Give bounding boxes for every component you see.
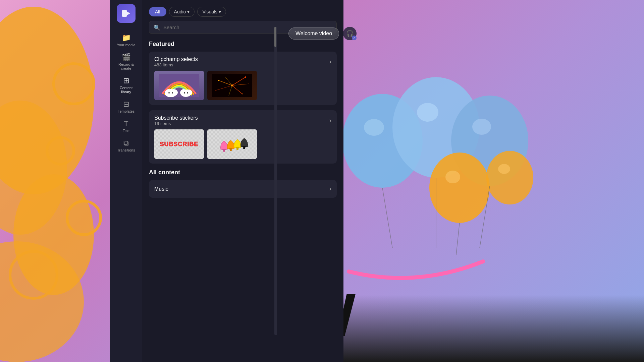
subscribe-thumbnails: SUBSCRIBE +	[154, 129, 331, 159]
preview-header: Welcome video 🎧 ✓	[282, 27, 644, 40]
svg-point-30	[245, 76, 246, 78]
text-icon: T	[124, 120, 128, 127]
filter-bar: All Audio ▾ Visuals ▾	[142, 0, 343, 21]
svg-line-66	[456, 223, 460, 255]
svg-point-18	[185, 89, 192, 96]
subscribe-thumb: SUBSCRIBE +	[154, 129, 204, 159]
scrollbar-track[interactable]	[274, 27, 277, 335]
headphone-button[interactable]: 🎧 ✓	[343, 27, 357, 40]
subscribe-stickers-arrow-icon: ›	[329, 117, 331, 124]
app-logo[interactable]	[117, 4, 136, 23]
sidebar-label-your-media: Your media	[117, 43, 135, 47]
svg-point-61	[486, 151, 533, 204]
svg-line-63	[382, 188, 392, 248]
logo-icon	[121, 8, 131, 19]
record-icon: 🎬	[122, 54, 131, 61]
sidebar-label-transitions: Transitions	[117, 148, 135, 152]
bells-thumb	[207, 129, 257, 159]
svg-marker-9	[127, 11, 130, 15]
music-card[interactable]: Music ›	[149, 180, 337, 198]
icon-sidebar: 📁 Your media 🎬 Record & create ⊞ Content…	[110, 0, 142, 362]
sidebar-label-record-create: Record & create	[118, 62, 134, 70]
clipchamp-selects-title: Clipchamp selects	[154, 56, 198, 62]
svg-point-31	[242, 94, 243, 95]
visuals-chevron-icon: ▾	[219, 9, 221, 14]
subscribe-card-header: Subscribe stickers 19 items ›	[154, 115, 331, 126]
subscribe-stickers-count: 19 items	[154, 121, 198, 126]
svg-point-58	[472, 119, 491, 135]
svg-point-19	[184, 92, 185, 94]
visuals-label: Visuals	[202, 9, 217, 14]
svg-point-15	[172, 92, 173, 94]
sidebar-label-templates: Templates	[118, 109, 135, 113]
subscribe-stickers-title: Subscribe stickers	[154, 115, 198, 121]
svg-point-48	[230, 149, 232, 151]
svg-point-14	[168, 92, 170, 94]
sidebar-item-record-create[interactable]: 🎬 Record & create	[113, 50, 140, 74]
content-scroll-area[interactable]: Featured Clipchamp selects 483 items ›	[142, 39, 343, 362]
audio-chevron-icon: ▾	[187, 9, 190, 14]
transitions-icon: ⧉	[123, 139, 129, 147]
content-panel: All Audio ▾ Visuals ▾ 🔍 Featured Clipcha…	[142, 0, 343, 362]
sidebar-item-transitions[interactable]: ⧉ Transitions	[113, 136, 140, 156]
svg-point-54	[364, 119, 384, 136]
clipchamp-selects-count: 483 items	[154, 62, 198, 67]
clipchamp-card-header: Clipchamp selects 483 items ›	[154, 56, 331, 67]
clipchamp-selects-arrow-icon: ›	[329, 58, 331, 65]
music-arrow-icon: ›	[329, 185, 331, 192]
svg-point-50	[236, 148, 238, 150]
all-content-title: All content	[149, 169, 337, 176]
search-icon: 🔍	[154, 24, 160, 31]
svg-point-59	[429, 153, 490, 223]
svg-point-52	[243, 147, 245, 149]
scrollbar-thumb[interactable]	[274, 27, 276, 47]
music-card-title: Music	[154, 186, 168, 192]
svg-point-13	[170, 89, 178, 96]
filter-visuals-button[interactable]: Visuals ▾	[197, 7, 226, 17]
svg-point-56	[417, 103, 438, 122]
balloons-svg	[315, 54, 584, 288]
svg-point-46	[223, 150, 225, 152]
filter-audio-button[interactable]: Audio ▾	[169, 7, 195, 17]
templates-icon: ⊟	[123, 101, 129, 108]
rainbow-thumbnail	[154, 71, 204, 100]
sidebar-item-text[interactable]: T Text	[113, 117, 140, 136]
video-title-pill[interactable]: Welcome video	[288, 27, 339, 40]
sidebar-label-content-library: Content library	[120, 86, 133, 94]
sidebar-item-your-media[interactable]: 📁 Your media	[113, 31, 140, 50]
subscribe-stickers-card[interactable]: Subscribe stickers 19 items ›	[149, 110, 337, 164]
sidebar-label-text: Text	[123, 129, 129, 133]
svg-point-29	[231, 84, 233, 86]
headphone-check-icon: ✓	[352, 36, 357, 40]
svg-rect-8	[122, 10, 127, 17]
filter-all-button[interactable]: All	[149, 7, 166, 16]
svg-point-62	[498, 164, 510, 174]
svg-point-20	[187, 92, 188, 94]
svg-point-32	[218, 80, 219, 81]
particles-thumbnail	[207, 71, 257, 100]
folder-icon: 📁	[122, 34, 131, 42]
audio-label: Audio	[174, 9, 186, 14]
featured-section-title: Featured	[149, 41, 337, 48]
clipchamp-selects-card[interactable]: Clipchamp selects 483 items ›	[149, 52, 337, 105]
content-library-icon: ⊞	[123, 77, 129, 84]
svg-point-60	[445, 171, 460, 183]
clipchamp-thumbnails	[154, 71, 331, 100]
sidebar-item-templates[interactable]: ⊟ Templates	[113, 97, 140, 117]
sidebar-item-content-library[interactable]: ⊞ Content library	[113, 74, 140, 97]
svg-text:+: +	[193, 141, 197, 147]
